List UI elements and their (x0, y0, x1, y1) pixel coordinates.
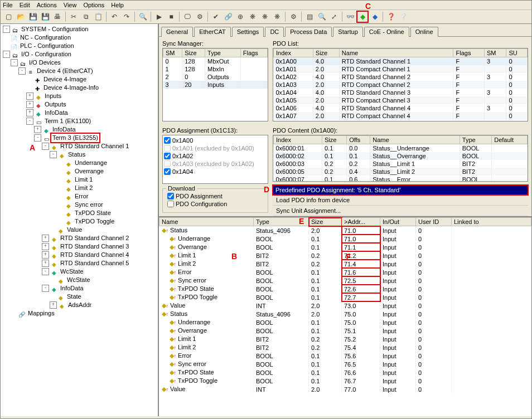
grid-row[interactable]: 0x1A044.0RTD Standard Channel 3F30 (274, 89, 528, 96)
tree-label[interactable]: I/O Devices (28, 59, 62, 67)
print-icon[interactable]: 🖶 (52, 11, 63, 22)
tree-node[interactable]: -≡Device 4 (EtherCAT) (1, 67, 158, 75)
var-col-header[interactable]: Name (159, 218, 254, 226)
tab-coe-online[interactable]: CoE - Online (364, 27, 409, 37)
var-col-header[interactable]: Linked to (452, 218, 531, 226)
tree-node[interactable]: ◆Error (1, 192, 158, 201)
var-row[interactable]: ◆ UnderrangeBOOL0.171.0Input0 (159, 235, 531, 243)
tree-node[interactable]: ◆State (1, 293, 158, 301)
var-row[interactable]: ◆ StatusStatus_40962.075.0Input0 (159, 310, 531, 318)
tab-online[interactable]: Online (410, 27, 438, 37)
tab-ethercat[interactable]: EtherCAT (194, 27, 230, 37)
tree-label[interactable]: WcState (66, 276, 91, 284)
glasses-icon[interactable]: 👓 (345, 11, 356, 22)
var-row[interactable]: ◆ Limit 1BIT20.275.2Input0 (159, 335, 531, 343)
green-tool-icon[interactable]: ◆ (357, 11, 368, 22)
tree-node[interactable]: ◆WcState (1, 276, 158, 284)
tree-label[interactable]: Limit 1 (74, 176, 94, 184)
grid-row[interactable]: 0x1A052.0RTD Compact Channel 3F0 (274, 96, 528, 104)
pdo-assign-item[interactable]: 0x1A02 (164, 152, 267, 160)
stop-icon[interactable]: ■ (166, 11, 177, 22)
tree-label[interactable]: PLC - Configuration (19, 42, 75, 50)
link-icon[interactable]: 🔗 (223, 11, 234, 22)
tree-node[interactable]: 🔗Mappings (1, 309, 158, 318)
tree-node[interactable]: +◆InfoData (1, 125, 158, 134)
cut-icon[interactable]: ✂ (68, 11, 79, 22)
var-row[interactable]: ◆ ErrorBOOL0.171.6Input0 (159, 268, 531, 276)
checkbox[interactable] (164, 168, 171, 175)
expander-icon[interactable]: - (26, 118, 33, 125)
pdo-assign-item[interactable]: 0x1A04 (164, 168, 267, 176)
var-col-header[interactable]: >Addr... (342, 218, 380, 226)
var-row[interactable]: ◆ TxPDO StateBOOL0.172.6Input0 (159, 285, 531, 293)
var-row[interactable]: ◆ Limit 2BIT20.275.4Input0 (159, 343, 531, 352)
var-row[interactable]: ◆ ValueINT2.073.0Input0 (159, 301, 531, 310)
grid-row[interactable]: 0x1A072.0RTD Compact Channel 4F0 (274, 112, 528, 120)
help-icon[interactable]: ❓ (385, 11, 396, 22)
pdo-list-grid[interactable]: IndexSizeNameFlagsSMSU0x1A004.0RTD Stand… (273, 48, 528, 121)
var-row[interactable]: ◆ Limit 2BIT20.271.4Input0 (159, 260, 531, 268)
tree-node[interactable]: -▭Term 3 (EL3255) (1, 134, 158, 142)
tree-node[interactable]: ◆Underrange (1, 159, 158, 167)
var-row[interactable]: ◆ TxPDO ToggleBOOL0.176.7Input0 (159, 377, 531, 385)
tree-label[interactable]: Term 1 (EK1100) (43, 117, 92, 125)
tree-label[interactable]: Overrange (74, 167, 105, 176)
tree-label[interactable]: Sync error (74, 201, 104, 209)
expander-icon[interactable]: - (3, 51, 10, 58)
tree-node[interactable]: +◆RTD Standard Channel 4 (1, 251, 158, 259)
var-row[interactable]: ◆ TxPDO ToggleBOOL0.172.7Input0 (159, 293, 531, 301)
about-icon[interactable]: ❔ (398, 11, 409, 22)
checkbox[interactable] (164, 153, 171, 159)
grid-row[interactable]: 0x1A024.0RTD Standard Channel 2F30 (274, 73, 528, 81)
net2-icon[interactable]: ❋ (259, 11, 270, 22)
zoom-icon[interactable]: 🔍 (316, 11, 327, 22)
var-row[interactable]: ◆ OverrangeBOOL0.175.1Input0 (159, 327, 531, 335)
expander-icon[interactable]: - (3, 26, 10, 33)
col-header[interactable]: Offs (347, 136, 370, 144)
tree-label[interactable]: AdsAddr (67, 301, 93, 309)
tree-label[interactable]: Device 4-Image-Info (42, 84, 100, 92)
pdo-assign-list[interactable]: 0x1A000x1A01 (excluded by 0x1A00)0x1A020… (162, 135, 268, 184)
expander-icon[interactable]: - (18, 67, 26, 75)
tree-node[interactable]: -🗂SYSTEM - Configuration (1, 25, 158, 33)
tree-node[interactable]: ◆Limit 2 (1, 184, 158, 192)
expander-icon[interactable]: - (50, 151, 57, 158)
expander-icon[interactable]: + (42, 260, 49, 267)
grid-row[interactable]: 1128MbxIn (163, 65, 268, 73)
menu-view[interactable]: View (64, 2, 77, 8)
var-col-header[interactable]: In/Out (380, 218, 416, 226)
tab-startup[interactable]: Startup (333, 27, 362, 37)
expander-icon[interactable]: + (42, 243, 49, 250)
tree-label[interactable]: Term 3 (EL3255) (51, 134, 99, 142)
tree-label[interactable]: InfoData (43, 109, 69, 117)
var-row[interactable]: ◆ StatusStatus_40962.071.0Input0 (159, 226, 531, 235)
find-icon[interactable]: 🔍 (137, 11, 148, 22)
tree-label[interactable]: InfoData (59, 284, 85, 293)
tree-node[interactable]: ◆TxPDO State (1, 209, 158, 217)
tree-node[interactable]: ◆Overrange (1, 167, 158, 176)
grid-row[interactable]: 0x6000:020.10.1Status__OverrangeBOOL (274, 152, 528, 160)
grid-row[interactable]: 320Inputs (163, 81, 268, 89)
proc-icon[interactable]: ⚙ (288, 11, 299, 22)
tree-label[interactable]: Underrange (74, 159, 108, 167)
col-header[interactable]: SU (506, 49, 528, 57)
tree-label[interactable]: Outputs (43, 100, 67, 109)
tree-node[interactable]: -◆RTD Standard Channel 1 (1, 142, 158, 150)
tree-node[interactable]: ✚Device 4-Image (1, 75, 158, 84)
check-icon[interactable]: ✔ (210, 11, 221, 22)
var-col-header[interactable]: SizeE (309, 218, 342, 226)
tree-label[interactable]: Error (74, 192, 89, 201)
tree-node[interactable]: ◆Value (1, 226, 158, 234)
tree-label[interactable]: InfoData (51, 125, 77, 134)
expander-icon[interactable]: + (50, 301, 57, 309)
grid-row[interactable]: 0x6000:050.20.4Status__Limit 2BIT2 (274, 168, 528, 176)
expander-icon[interactable]: + (34, 126, 41, 133)
tree-node[interactable]: -🗂I/O - Configuration (1, 50, 158, 59)
col-header[interactable]: SM (163, 49, 182, 57)
tree-label[interactable]: TxPDO State (74, 209, 112, 217)
col-header[interactable]: Size (313, 49, 339, 57)
tree-label[interactable]: RTD Standard Channel 5 (59, 259, 130, 267)
var-row[interactable]: ◆ Sync errorBOOL0.176.5Input0 (159, 360, 531, 368)
grid-row[interactable]: 0x6000:030.20.2Status__Limit 1BIT2 (274, 160, 528, 168)
tree-node[interactable]: +◆RTD Standard Channel 5 (1, 259, 158, 267)
